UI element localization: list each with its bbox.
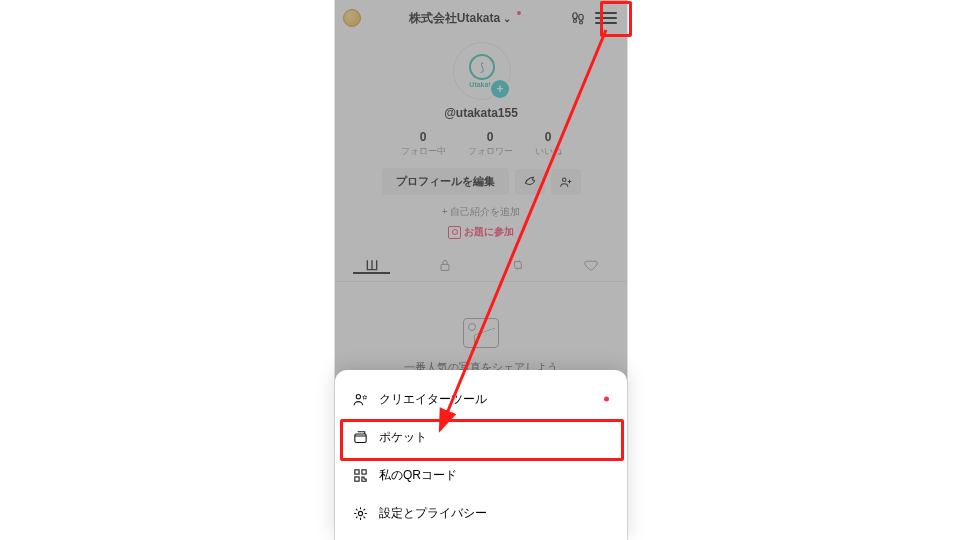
phone-frame: 株式会社Utakata ⌄ ⟆ Utakata + @utakata155: [334, 0, 628, 540]
svg-rect-7: [354, 433, 365, 442]
username-handle: @utakata155: [444, 106, 518, 120]
stat-count: 0: [487, 130, 494, 144]
svg-point-6: [356, 394, 360, 398]
tab-repost[interactable]: [481, 257, 554, 273]
sheet-item-qr-code[interactable]: 私のQRコード: [335, 456, 627, 494]
svg-rect-5: [441, 264, 449, 270]
avatar-logo-icon: ⟆: [469, 54, 495, 80]
account-switcher[interactable]: 株式会社Utakata ⌄: [361, 10, 569, 27]
action-row: プロフィールを編集: [382, 168, 581, 195]
stat-label: フォロワー: [468, 145, 513, 158]
profile-section: ⟆ Utakata + @utakata155 0 フォロー中 0 フォロワー …: [335, 36, 627, 239]
qr-code-icon: [351, 466, 369, 484]
sheet-item-label: クリエイターツール: [379, 391, 487, 408]
stats-row: 0 フォロー中 0 フォロワー 0 いいね: [401, 130, 562, 158]
photo-placeholder-icon: [463, 318, 499, 348]
sheet-item-label: 設定とプライバシー: [379, 505, 487, 522]
topic-label: お題に参加: [464, 225, 514, 239]
sheet-item-label: 私のQRコード: [379, 467, 457, 484]
camera-icon: [448, 226, 461, 239]
sheet-item-label: ポケット: [379, 429, 427, 446]
svg-point-4: [562, 177, 566, 181]
wallet-icon: [351, 428, 369, 446]
add-friends-button[interactable]: [551, 169, 581, 195]
sheet-item-creator-tools[interactable]: クリエイターツール: [335, 380, 627, 418]
gear-icon: [351, 504, 369, 522]
stat-following[interactable]: 0 フォロー中: [401, 130, 446, 158]
svg-rect-8: [354, 469, 358, 473]
empty-feed: 一番人気の写真をシェアしよう: [335, 282, 627, 375]
join-topic-link[interactable]: お題に参加: [448, 225, 514, 239]
account-title: 株式会社Utakata: [409, 10, 500, 27]
notification-dot: [604, 397, 609, 402]
profile-tabs: [335, 249, 627, 282]
sheet-item-pocket[interactable]: ポケット: [335, 418, 627, 456]
annotated-screenshot: 株式会社Utakata ⌄ ⟆ Utakata + @utakata155: [0, 0, 960, 540]
svg-point-0: [573, 13, 578, 19]
stat-label: フォロー中: [401, 145, 446, 158]
stat-count: 0: [545, 130, 552, 144]
stat-likes[interactable]: 0 いいね: [535, 130, 562, 158]
share-profile-button[interactable]: [515, 169, 545, 195]
person-star-icon: [351, 390, 369, 408]
svg-rect-9: [361, 469, 365, 473]
edit-profile-button[interactable]: プロフィールを編集: [382, 168, 509, 195]
svg-point-3: [580, 21, 583, 24]
coin-icon[interactable]: [343, 9, 361, 27]
tab-liked[interactable]: [554, 257, 627, 273]
footprint-icon[interactable]: [569, 9, 587, 27]
tab-locked[interactable]: [408, 257, 481, 273]
avatar[interactable]: ⟆ Utakata +: [453, 42, 509, 98]
sheet-item-settings-privacy[interactable]: 設定とプライバシー: [335, 494, 627, 532]
menu-bottom-sheet: クリエイターツール ポケット 私のQRコード 設定とプライバシー: [335, 370, 627, 540]
svg-point-11: [358, 511, 362, 515]
svg-rect-10: [354, 476, 358, 480]
stat-label: いいね: [535, 145, 562, 158]
svg-point-1: [574, 20, 577, 23]
top-bar: 株式会社Utakata ⌄: [335, 0, 627, 36]
hamburger-menu-button[interactable]: [593, 7, 619, 29]
notification-dot: [517, 11, 521, 15]
svg-point-2: [579, 14, 584, 20]
tab-grid[interactable]: [335, 257, 408, 273]
add-bio-link[interactable]: + 自己紹介を追加: [442, 205, 521, 219]
add-avatar-plus-icon[interactable]: +: [489, 78, 511, 100]
stat-count: 0: [420, 130, 427, 144]
stat-followers[interactable]: 0 フォロワー: [468, 130, 513, 158]
chevron-down-icon: ⌄: [503, 13, 511, 24]
